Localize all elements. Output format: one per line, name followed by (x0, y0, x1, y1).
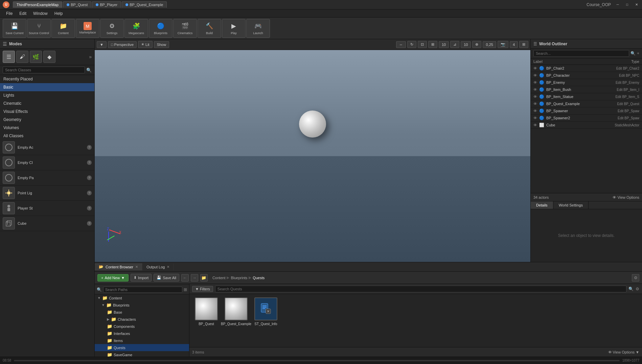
perspective-button[interactable]: □ Perspective (108, 41, 137, 48)
folder-item-components[interactable]: 📁 Components (95, 323, 189, 330)
output-log-close[interactable]: ✕ (167, 265, 169, 269)
rotate-tool[interactable]: ↻ (407, 41, 416, 48)
tab-bp-quest-example[interactable]: BP_Quest_Example (122, 1, 167, 8)
outliner-row[interactable]: 👁 🔵 BP_Enemy Edit BP_Enemy (531, 79, 642, 86)
visibility-icon[interactable]: 👁 (533, 73, 537, 77)
visibility-icon[interactable]: 👁 (533, 66, 537, 70)
menu-edit[interactable]: Edit (16, 10, 30, 17)
viewport[interactable]: Z X (95, 50, 530, 262)
play-button[interactable]: ▶ Play (222, 19, 246, 38)
list-item[interactable]: Point Lig ? (0, 186, 94, 201)
rotation-snap[interactable]: ⊿ (450, 41, 459, 48)
cinematics-button[interactable]: 🎬 Cinematics (173, 19, 197, 38)
camera-speed-value[interactable]: 4 (510, 41, 518, 48)
visibility-icon[interactable]: 👁 (533, 80, 537, 84)
category-recently-placed[interactable]: Recently Placed (0, 75, 94, 83)
content-search-icon[interactable]: 🔍 (628, 287, 634, 291)
breadcrumb-quests[interactable]: Quests (253, 276, 265, 280)
content-item-bp-quest-example[interactable]: BP_Quest_Example (223, 297, 250, 326)
content-view-options-button[interactable]: 👁 View Options ▼ (608, 350, 640, 354)
placement-help-icon[interactable]: ? (87, 160, 92, 165)
rotation-snap-value[interactable]: 10 (461, 41, 471, 48)
lit-button[interactable]: ☀ Lit (138, 41, 153, 48)
marketplace-button[interactable]: M Marketplace (76, 19, 99, 38)
maximize-button[interactable]: □ (624, 2, 630, 7)
category-lights[interactable]: Lights (0, 91, 94, 99)
browser-settings-icon[interactable]: ⚙ (632, 274, 639, 282)
mode-geometry-button[interactable]: ◆ (43, 51, 55, 63)
modes-expand-button[interactable]: » (89, 54, 92, 59)
outliner-row[interactable]: 👁 🔵 BP_Chair2 Edit BP_Chair2 (531, 65, 642, 72)
content-browser-tab[interactable]: 📂 Content Browser ✕ (95, 263, 142, 270)
category-volumes[interactable]: Volumes (0, 124, 94, 132)
outliner-search-icon[interactable]: 🔍 (630, 51, 636, 56)
build-button[interactable]: 🔨 Build (198, 19, 221, 38)
folder-item-blueprints[interactable]: ▼ 📁 Blueprints (95, 301, 189, 309)
outliner-search-input[interactable] (533, 50, 629, 57)
grid-snap-toggle[interactable]: ⊞ (428, 41, 437, 48)
minimize-button[interactable]: ─ (615, 2, 620, 7)
category-geometry[interactable]: Geometry (0, 116, 94, 124)
outliner-row[interactable]: 👁 ⬜ Cube StaticMeshActor (531, 122, 642, 129)
outliner-row[interactable]: 👁 🔵 BP_Item_Bush Edit BP_Item_I (531, 86, 642, 93)
mode-place-button[interactable]: ☰ (3, 51, 15, 63)
category-visual-effects[interactable]: Visual Effects (0, 107, 94, 116)
folder-item-items[interactable]: 📁 Items (95, 337, 189, 344)
world-settings-tab[interactable]: World Settings (553, 201, 589, 209)
source-control-button[interactable]: ⑂ Source Control (27, 19, 51, 38)
outliner-row[interactable]: 👁 🔵 BP_Item_Statue Edit BP_Item_S (531, 93, 642, 100)
scale-snap-icon[interactable]: ⊕ (472, 41, 481, 48)
content-item-st-quest-info[interactable]: ST_Quest_Info (252, 297, 279, 326)
translate-tool[interactable]: ↔ (396, 41, 406, 48)
folder-item-base[interactable]: 📁 Base (95, 309, 189, 316)
tab-map[interactable]: ThirdPersonExampleMap (13, 1, 62, 8)
modes-search-input[interactable] (3, 67, 85, 73)
placement-help-icon[interactable]: ? (87, 206, 92, 211)
folder-item-interfaces[interactable]: 📁 Interfaces (95, 330, 189, 337)
outliner-add-icon[interactable]: + (637, 51, 639, 56)
modes-search-icon[interactable]: 🔍 (86, 68, 92, 73)
list-item[interactable]: Empty Ac ? (0, 140, 94, 155)
menu-help[interactable]: Help (51, 10, 66, 17)
list-item[interactable]: Empty Pa ? (0, 170, 94, 186)
forward-button[interactable]: → (191, 274, 198, 282)
folder-item-characters[interactable]: ▶ 📁 Characters (95, 316, 189, 323)
content-button[interactable]: 📁 Content (51, 19, 75, 38)
visibility-icon[interactable]: 👁 (533, 109, 537, 113)
visibility-icon[interactable]: 👁 (533, 88, 537, 92)
output-log-tab[interactable]: Output Log ✕ (142, 264, 174, 270)
visibility-icon[interactable]: 👁 (533, 95, 537, 99)
visibility-icon[interactable]: 👁 (533, 116, 537, 120)
placement-help-icon[interactable]: ? (87, 221, 92, 226)
close-button[interactable]: ✕ (634, 2, 639, 7)
add-new-button[interactable]: + Add New ▼ (97, 274, 129, 282)
placement-help-icon[interactable]: ? (87, 191, 92, 195)
back-button[interactable]: ← (181, 274, 189, 282)
tab-bp-player[interactable]: BP_Player (92, 1, 121, 8)
list-item[interactable]: Empty Cl ? (0, 155, 94, 170)
placement-help-icon[interactable]: ? (87, 145, 92, 150)
list-item[interactable]: Cube ? (0, 216, 94, 231)
tab-bp-quest[interactable]: BP_Quest (63, 1, 91, 8)
category-basic[interactable]: Basic (0, 83, 94, 91)
view-options-button[interactable]: 👁 View Options (613, 195, 639, 199)
show-button[interactable]: Show (154, 41, 169, 48)
details-tab[interactable]: Details (531, 201, 553, 209)
menu-file[interactable]: File (3, 10, 16, 17)
save-current-button[interactable]: 💾 Save Current (3, 19, 26, 38)
list-item[interactable]: Player St ? (0, 201, 94, 216)
import-button[interactable]: ⬇ Import (131, 274, 152, 282)
folder-search-options[interactable]: ⊞ (184, 287, 187, 292)
outliner-row[interactable]: 👁 🔵 BP_Spawner2 Edit BP_Spaw (531, 115, 642, 122)
blueprints-button[interactable]: 🔵 Blueprints (149, 19, 173, 38)
scale-tool[interactable]: ⊡ (418, 41, 427, 48)
maximize-viewport[interactable]: ⊞ (519, 41, 528, 48)
mode-paint-button[interactable]: 🖌 (16, 51, 28, 63)
settings-button[interactable]: ⚙ Settings (100, 19, 124, 38)
visibility-icon[interactable]: 👁 (533, 102, 537, 106)
menu-window[interactable]: Window (30, 10, 51, 17)
category-cinematic[interactable]: Cinematic (0, 99, 94, 107)
save-all-button[interactable]: 💾 Save All (154, 274, 179, 282)
camera-speed[interactable]: 📷 (498, 41, 508, 48)
content-browser-close[interactable]: ✕ (135, 265, 138, 269)
